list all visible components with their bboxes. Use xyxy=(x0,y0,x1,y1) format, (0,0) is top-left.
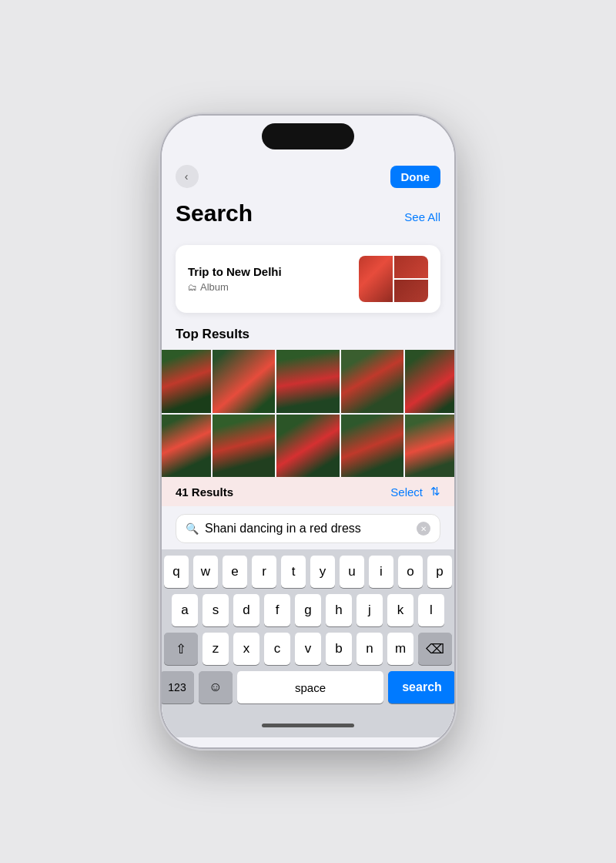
keyboard: q w e r t y u i o p a s d f g xyxy=(162,549,454,713)
album-icon: 🗂 xyxy=(188,282,197,293)
photo-cell-5[interactable] xyxy=(405,350,454,413)
search-input-wrapper: 🔍 Shani dancing in a red dress ✕ xyxy=(176,514,440,543)
phone-frame: ‹ Done Search See All Trip to New Delhi … xyxy=(162,116,454,747)
select-button[interactable]: Select xyxy=(390,485,423,499)
album-type: 🗂 Album xyxy=(188,281,282,293)
photo-cell-2[interactable] xyxy=(213,350,276,413)
title-row: Search See All xyxy=(176,196,440,237)
key-l[interactable]: l xyxy=(418,594,444,626)
key-k[interactable]: k xyxy=(387,594,413,626)
key-j[interactable]: j xyxy=(357,594,383,626)
key-q[interactable]: q xyxy=(164,556,189,588)
key-f[interactable]: f xyxy=(264,594,290,626)
key-a[interactable]: a xyxy=(172,594,198,626)
key-p[interactable]: p xyxy=(427,556,452,588)
album-info: Trip to New Delhi 🗂 Album xyxy=(188,265,282,293)
photo-cell-9[interactable] xyxy=(341,415,404,478)
home-indicator xyxy=(262,724,354,727)
key-y[interactable]: y xyxy=(310,556,335,588)
key-n[interactable]: n xyxy=(357,633,383,665)
key-v[interactable]: v xyxy=(295,633,321,665)
key-shift[interactable]: ⇧ xyxy=(164,633,198,665)
status-bar xyxy=(162,116,454,157)
key-h[interactable]: h xyxy=(326,594,352,626)
album-photo-2 xyxy=(394,256,428,278)
key-c[interactable]: c xyxy=(264,633,290,665)
key-o[interactable]: o xyxy=(398,556,423,588)
photo-cell-4[interactable] xyxy=(341,350,404,413)
search-magnifier-icon: 🔍 xyxy=(186,522,199,535)
album-photo-main xyxy=(359,256,393,302)
keyboard-row-2: a s d f g h j k l xyxy=(164,594,452,626)
key-delete[interactable]: ⌫ xyxy=(418,633,452,665)
album-title: Trip to New Delhi xyxy=(188,265,282,278)
key-u[interactable]: u xyxy=(340,556,364,588)
key-i[interactable]: i xyxy=(369,556,393,588)
photo-grid xyxy=(162,350,454,477)
clear-button[interactable]: ✕ xyxy=(417,522,430,536)
back-button[interactable]: ‹ xyxy=(176,165,199,188)
key-b[interactable]: b xyxy=(326,633,352,665)
page-title: Search xyxy=(176,200,253,227)
key-123[interactable]: 123 xyxy=(162,671,194,703)
photo-cell-1[interactable] xyxy=(162,350,211,413)
nav-bar: ‹ Done xyxy=(162,157,454,196)
key-emoji[interactable]: ☺ xyxy=(199,671,233,703)
search-text-field[interactable]: Shani dancing in a red dress xyxy=(205,522,410,536)
key-r[interactable]: r xyxy=(252,556,276,588)
key-d[interactable]: d xyxy=(233,594,259,626)
key-w[interactable]: w xyxy=(193,556,218,588)
content-area: Search See All Trip to New Delhi 🗂 Album xyxy=(162,196,454,747)
key-t[interactable]: t xyxy=(281,556,306,588)
key-space[interactable]: space xyxy=(237,671,383,703)
phone-screen: ‹ Done Search See All Trip to New Delhi … xyxy=(162,116,454,747)
key-e[interactable]: e xyxy=(223,556,247,588)
content-scroll: Search See All Trip to New Delhi 🗂 Album xyxy=(162,196,454,350)
key-m[interactable]: m xyxy=(387,633,413,665)
photo-cell-6[interactable] xyxy=(162,415,211,478)
results-actions: Select ⇅ xyxy=(390,485,440,499)
key-s[interactable]: s xyxy=(203,594,229,626)
done-button[interactable]: Done xyxy=(390,166,441,188)
see-all-link[interactable]: See All xyxy=(404,210,440,223)
keyboard-row-1: q w e r t y u i o p xyxy=(164,556,452,588)
back-chevron-icon: ‹ xyxy=(185,170,189,183)
photo-cell-7[interactable] xyxy=(213,415,276,478)
bottom-bar xyxy=(162,713,454,737)
key-z[interactable]: z xyxy=(203,633,229,665)
dynamic-island xyxy=(262,123,354,149)
results-count: 41 Results xyxy=(176,485,233,499)
album-photos xyxy=(359,256,428,302)
photo-cell-8[interactable] xyxy=(276,415,340,478)
results-bar: 41 Results Select ⇅ xyxy=(162,477,454,506)
key-search[interactable]: search xyxy=(388,671,454,703)
sort-icon[interactable]: ⇅ xyxy=(430,485,440,499)
top-results-header: Top Results xyxy=(176,327,440,342)
keyboard-row-3: ⇧ z x c v b n m ⌫ xyxy=(164,633,452,665)
key-x[interactable]: x xyxy=(233,633,259,665)
album-photo-3 xyxy=(394,280,428,302)
key-g[interactable]: g xyxy=(295,594,321,626)
photo-cell-10[interactable] xyxy=(405,415,454,478)
keyboard-row-4: 123 ☺ space search xyxy=(164,671,452,703)
photo-cell-3[interactable] xyxy=(276,350,340,413)
album-card[interactable]: Trip to New Delhi 🗂 Album xyxy=(176,245,440,313)
